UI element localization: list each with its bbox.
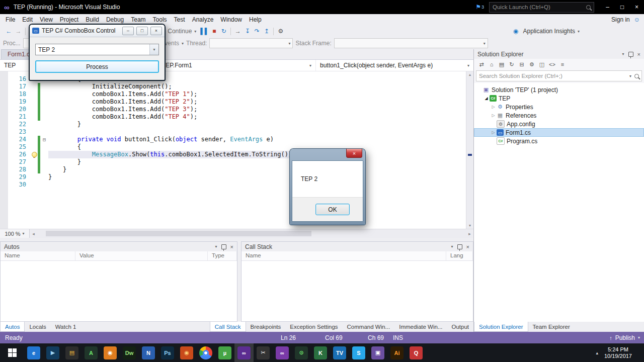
switch-views-icon[interactable]: ≡ xyxy=(559,61,566,67)
taskbar-icon-media-player[interactable]: ▶ xyxy=(43,343,62,362)
code-line[interactable]: 21 comboBox1.Items.Add("TEP 4"); xyxy=(0,113,466,121)
window-position-icon[interactable]: ▾ xyxy=(215,244,217,249)
editor-vertical-scrollbar[interactable]: ▴ ▾ xyxy=(466,71,473,229)
taskbar-icon-android-studio[interactable]: A xyxy=(82,343,101,362)
stack-frame-dropdown[interactable]: ▾ xyxy=(334,38,488,48)
pin-icon[interactable] xyxy=(457,244,462,249)
debug-tab-autos[interactable]: Autos xyxy=(0,322,25,332)
view-code-icon[interactable]: <> xyxy=(549,61,555,67)
scroll-down-icon[interactable]: ▾ xyxy=(469,223,471,228)
feedback-icon[interactable]: ☺ xyxy=(634,16,640,23)
code-line[interactable]: 30 xyxy=(0,181,466,189)
window-position-icon[interactable]: ▾ xyxy=(451,244,453,249)
preview-selected-icon[interactable]: ◫ xyxy=(539,61,545,68)
menu-item-help[interactable]: Help xyxy=(246,14,265,25)
home-icon[interactable]: ⌂ xyxy=(489,61,495,67)
tree-arrow-icon[interactable]: ◢ xyxy=(483,96,490,101)
close-icon[interactable]: × xyxy=(637,51,640,57)
start-button[interactable] xyxy=(0,343,24,362)
member-dropdown[interactable]: button1_Click(object sender, EventArgs e… xyxy=(315,60,473,71)
output-tab-exception-settings[interactable]: Exception Settings xyxy=(285,322,342,332)
code-line[interactable]: 20 comboBox1.Items.Add("TEP 3"); xyxy=(0,106,466,113)
close-icon[interactable]: × xyxy=(230,244,233,250)
application-insights-group[interactable]: ◉ Application Insights ▾ xyxy=(511,26,580,37)
tree-arrow-icon[interactable]: ▷ xyxy=(490,130,497,135)
taskbar-icon-chrome[interactable] xyxy=(196,343,215,362)
thread-dropdown[interactable]: ▾ xyxy=(209,38,293,48)
column-header-name[interactable]: Name xyxy=(242,251,446,260)
show-next-statement-icon[interactable]: → xyxy=(233,26,243,37)
code-line[interactable]: 24⊟ private void button1_Click(object se… xyxy=(0,136,466,143)
message-box-titlebar[interactable]: × xyxy=(292,149,363,160)
process-button[interactable]: Process xyxy=(35,60,159,73)
pin-icon[interactable] xyxy=(221,244,226,249)
tree-item-references[interactable]: ▷▦References xyxy=(474,111,644,120)
column-header-name[interactable]: Name xyxy=(1,251,75,260)
horizontal-splitter[interactable] xyxy=(0,238,473,241)
tray-overflow-icon[interactable]: ▴ xyxy=(596,350,598,355)
code-line[interactable]: 25 { xyxy=(0,143,466,151)
taskbar-icon-visual-studio[interactable]: ∞ xyxy=(234,343,254,362)
collapse-all-icon[interactable]: ⊟ xyxy=(519,61,525,68)
code-editor[interactable]: 16 {17 InitializeComponent();18 comboBox… xyxy=(0,71,473,229)
maximize-button[interactable]: □ xyxy=(615,0,629,14)
taskbar-icon-photoshop[interactable]: Ps xyxy=(158,343,177,362)
tree-item-app-config[interactable]: ⚙App.config xyxy=(474,120,644,128)
tree-arrow-icon[interactable]: ▷ xyxy=(490,105,497,109)
scroll-right-button[interactable]: ▸ xyxy=(466,231,473,236)
tree-item-program-cs[interactable]: C#Program.cs xyxy=(474,137,644,145)
vertical-splitter[interactable] xyxy=(237,241,241,322)
quick-launch-input[interactable]: Quick Launch (Ctrl+Q) xyxy=(489,2,594,13)
taskbar-icon-visual-studio-installer[interactable]: ∞ xyxy=(273,343,292,362)
tep-window-titlebar[interactable]: ▭ TEP C# ComboBox Control – □ × xyxy=(30,25,165,37)
pause-icon[interactable]: ▌▌ xyxy=(200,26,209,37)
stop-debugging-icon[interactable]: ■ xyxy=(209,26,219,37)
taskbar-icon-download-manager[interactable]: ◉ xyxy=(177,343,196,362)
column-header-value[interactable]: Value xyxy=(75,251,208,260)
code-line[interactable]: 28 } xyxy=(0,166,466,173)
taskbar-icon-internet-explorer[interactable]: e xyxy=(24,343,43,362)
tree-item-properties[interactable]: ▷⚙Properties xyxy=(474,103,644,111)
fold-marker[interactable]: ⊟ xyxy=(40,136,48,143)
tree-item-tep[interactable]: ◢C#TEP xyxy=(474,94,644,103)
callstack-panel-body[interactable] xyxy=(242,261,473,321)
explorer-tab-team-explorer[interactable]: Team Explorer xyxy=(528,322,575,332)
code-line[interactable]: 23 xyxy=(0,128,466,136)
taskbar-icon-android-emulator[interactable]: ⊙ xyxy=(292,343,311,362)
menu-item-file[interactable]: File xyxy=(2,14,19,25)
taskbar-icon-file-explorer[interactable]: ▤ xyxy=(62,343,82,362)
taskbar-icon-snipping-tool[interactable]: ✂ xyxy=(254,343,273,362)
window-position-icon[interactable]: ▾ xyxy=(622,52,624,56)
step-into-icon[interactable]: ↧ xyxy=(243,26,252,37)
output-tab-command-win[interactable]: Command Win... xyxy=(343,322,395,332)
ok-button[interactable]: OK xyxy=(315,204,350,215)
tree-arrow-icon[interactable]: ▷ xyxy=(490,113,497,118)
output-tab-output[interactable]: Output xyxy=(447,322,473,332)
taskbar-icon-winrar[interactable]: ▣ xyxy=(368,343,387,362)
code-line[interactable]: 22 } xyxy=(0,121,466,128)
code-line[interactable]: 18 comboBox1.Items.Add("TEP 1"); xyxy=(0,90,466,98)
taskbar-icon-dreamweaver[interactable]: Dw xyxy=(120,343,139,362)
refresh-icon[interactable]: ↻ xyxy=(509,61,515,68)
sign-in-link[interactable]: Sign in xyxy=(611,16,630,23)
taskbar-icon-teamviewer[interactable]: TV xyxy=(330,343,349,362)
code-line[interactable]: 29} xyxy=(0,173,466,181)
tree-item-solution-tep-1-project[interactable]: ▣Solution 'TEP' (1 project) xyxy=(474,85,644,94)
debug-tab-watch-1[interactable]: Watch 1 xyxy=(51,322,81,332)
options-gear-icon[interactable]: ⚙ xyxy=(276,26,285,37)
taskbar-icon-camtasia[interactable]: K xyxy=(311,343,330,362)
tree-item-form1-cs[interactable]: ▷▭Form1.cs xyxy=(474,128,644,137)
solution-search-input[interactable]: Search Solution Explorer (Ctrl+;) ▾ xyxy=(476,70,642,81)
tep-minimize-button[interactable]: – xyxy=(122,27,134,35)
navigate-forward-icon[interactable]: → xyxy=(14,26,23,37)
code-line[interactable]: 19 comboBox1.Items.Add("TEP 2"); xyxy=(0,98,466,106)
tep-close-button[interactable]: × xyxy=(150,27,162,35)
taskbar-icon-quicktime[interactable]: Q xyxy=(407,343,426,362)
message-box-close-button[interactable]: × xyxy=(346,149,362,158)
minimize-button[interactable]: – xyxy=(600,0,615,14)
solution-explorer-header[interactable]: Solution Explorer ▾ × xyxy=(474,49,644,59)
tep-maximize-button[interactable]: □ xyxy=(136,27,148,35)
tep-combobox[interactable]: TEP 2 ▾ xyxy=(35,44,159,55)
code-line[interactable]: 27 } xyxy=(0,158,466,166)
output-tab-call-stack[interactable]: Call Stack xyxy=(210,322,246,332)
